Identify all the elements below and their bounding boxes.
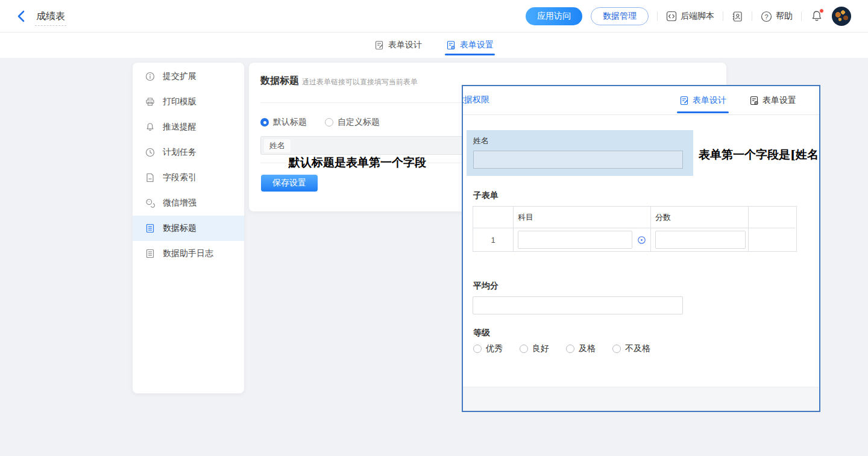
list-doc-icon bbox=[145, 223, 155, 233]
grade-option-label: 不及格 bbox=[625, 343, 650, 354]
radio-dot[interactable] bbox=[260, 118, 269, 126]
divider bbox=[801, 11, 802, 21]
row-index-value: 1 bbox=[491, 236, 495, 245]
clock-icon bbox=[145, 148, 155, 157]
subform-header-index bbox=[473, 207, 514, 228]
overlay-breadcrumb-data-permission[interactable]: 数据权限 bbox=[462, 95, 489, 105]
sidebar-item-field-index[interactable]: 字段索引 bbox=[133, 165, 244, 190]
grade-option-good[interactable]: 良好 bbox=[520, 343, 549, 354]
radio-custom-title-label: 自定义标题 bbox=[338, 117, 380, 128]
sidebar-item-label: 打印模版 bbox=[163, 96, 197, 107]
sidebar-item-print-template[interactable]: 打印模版 bbox=[133, 89, 244, 114]
tab-form-design-label: 表单设计 bbox=[388, 40, 422, 51]
radio-dot[interactable] bbox=[473, 345, 482, 353]
title-field-chip: 姓名 bbox=[264, 139, 291, 152]
grade-option-label: 优秀 bbox=[486, 343, 503, 354]
form-title[interactable]: 成绩表 bbox=[35, 10, 66, 26]
help-label: 帮助 bbox=[776, 11, 793, 22]
overlay-tab-form-design[interactable]: 表单设计 bbox=[679, 86, 726, 115]
average-label: 平均分 bbox=[473, 281, 498, 292]
radio-default-title[interactable]: 默认标题 bbox=[260, 117, 307, 128]
tab-form-design[interactable]: 表单设计 bbox=[374, 33, 422, 58]
notifications-button[interactable] bbox=[810, 10, 823, 23]
annotation-default-title: 默认标题是表单第一个字段 bbox=[286, 155, 429, 170]
subform-header-subject: 科目 bbox=[514, 207, 651, 228]
divider bbox=[657, 11, 658, 21]
info-icon bbox=[145, 72, 155, 81]
radio-dot[interactable] bbox=[566, 345, 574, 353]
back-icon[interactable] bbox=[16, 10, 28, 23]
average-input[interactable] bbox=[473, 296, 683, 314]
radio-custom-title[interactable]: 自定义标题 bbox=[325, 117, 380, 128]
title-mode-radio-group: 默认标题 自定义标题 bbox=[260, 117, 380, 128]
sidebar-item-label: 推送提醒 bbox=[163, 122, 197, 133]
sidebar-item-data-assistant-log[interactable]: 数据助手日志 bbox=[133, 241, 244, 266]
question-icon: ? bbox=[761, 11, 772, 22]
data-manage-button[interactable]: 数据管理 bbox=[591, 7, 649, 25]
annotation-first-field: 表单第一个字段是[姓名] bbox=[696, 147, 820, 163]
sidebar-item-wechat-enhance[interactable]: 微信增强 bbox=[133, 190, 244, 216]
file-icon bbox=[145, 173, 155, 183]
subform-row-index: 1 bbox=[473, 228, 514, 251]
sidebar-item-push-reminder[interactable]: 推送提醒 bbox=[133, 114, 244, 140]
sidebar-item-submit-extension[interactable]: 提交扩展 bbox=[133, 64, 244, 89]
doc-pencil-icon bbox=[374, 40, 384, 50]
address-book-icon bbox=[732, 11, 743, 22]
overlay-tabs: 表单设计 表单设置 bbox=[679, 86, 796, 115]
sidebar-item-label: 字段索引 bbox=[163, 172, 197, 183]
divider bbox=[752, 11, 752, 21]
overlay-tab-form-settings[interactable]: 表单设置 bbox=[749, 86, 796, 115]
code-icon bbox=[666, 11, 677, 22]
printer-icon bbox=[145, 97, 155, 107]
backend-script-label: 后端脚本 bbox=[681, 11, 714, 22]
help-button[interactable]: ? 帮助 bbox=[761, 11, 793, 22]
overlay-form-body: 姓名 表单第一个字段是[姓名] 子表单 科目 分数 1 bbox=[463, 116, 819, 387]
circle-dot-icon[interactable] bbox=[637, 236, 646, 245]
grade-option-pass[interactable]: 及格 bbox=[566, 343, 596, 354]
app-access-button[interactable]: 应用访问 bbox=[526, 7, 582, 25]
subform-label: 子表单 bbox=[473, 190, 498, 201]
sidebar-item-data-title[interactable]: 数据标题 bbox=[133, 216, 244, 241]
sidebar-item-label: 数据助手日志 bbox=[163, 248, 213, 259]
grade-label: 等级 bbox=[473, 328, 490, 339]
radio-dot[interactable] bbox=[612, 345, 621, 353]
subform-table: 科目 分数 1 bbox=[473, 206, 797, 252]
name-field-input[interactable] bbox=[473, 151, 683, 169]
list-doc-icon bbox=[145, 249, 155, 258]
header-actions: 应用访问 数据管理 后端脚本 bbox=[526, 0, 851, 33]
tab-form-settings[interactable]: 表单设置 bbox=[446, 33, 494, 58]
sidebar-item-scheduled-task[interactable]: 计划任务 bbox=[133, 140, 244, 165]
save-settings-button[interactable]: 保存设置 bbox=[261, 175, 318, 192]
settings-sidebar: 提交扩展 打印模版 推送提醒 计划任务 bbox=[133, 63, 244, 393]
wechat-icon bbox=[145, 198, 155, 208]
radio-dot[interactable] bbox=[325, 118, 333, 126]
subform-score-cell bbox=[651, 228, 749, 251]
subform-header-score: 分数 bbox=[651, 207, 749, 228]
user-avatar[interactable] bbox=[832, 7, 851, 26]
name-field-block[interactable]: 姓名 bbox=[467, 130, 693, 176]
svg-text:?: ? bbox=[764, 13, 768, 20]
name-field-label: 姓名 bbox=[473, 136, 489, 146]
tab-form-settings-label: 表单设置 bbox=[460, 40, 494, 51]
overlay-tab-form-design-label: 表单设计 bbox=[693, 95, 726, 106]
backend-script-button[interactable]: 后端脚本 bbox=[666, 11, 714, 22]
notification-dot bbox=[819, 8, 824, 13]
sidebar-item-label: 计划任务 bbox=[163, 147, 197, 158]
grade-option-fail[interactable]: 不及格 bbox=[612, 343, 650, 354]
sidebar-item-label: 数据标题 bbox=[163, 223, 197, 234]
subform-header-score-label: 分数 bbox=[655, 212, 671, 223]
subform-header-subject-label: 科目 bbox=[518, 212, 533, 223]
subform-header-actions bbox=[749, 207, 795, 228]
score-input[interactable] bbox=[655, 231, 746, 249]
overlay-footer bbox=[463, 387, 819, 411]
doc-gear-icon bbox=[749, 96, 759, 105]
sidebar-item-label: 提交扩展 bbox=[163, 71, 197, 82]
subject-input[interactable] bbox=[518, 231, 632, 249]
radio-dot[interactable] bbox=[520, 345, 528, 353]
grade-option-excellent[interactable]: 优秀 bbox=[473, 343, 503, 354]
doc-gear-icon bbox=[446, 40, 456, 50]
form-preview-overlay: 数据权限 表单设计 bbox=[462, 85, 820, 412]
bell-icon bbox=[145, 122, 155, 132]
contacts-book-button[interactable] bbox=[732, 11, 743, 22]
data-manage-label: 数据管理 bbox=[603, 11, 637, 22]
